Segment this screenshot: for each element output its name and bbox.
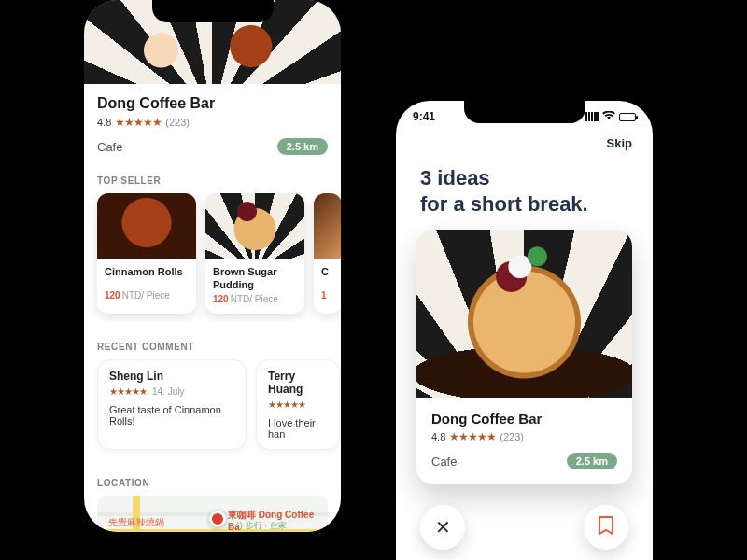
map-nearby-label: 先覺麻辣燒鍋 [108,516,164,529]
location-map[interactable]: 東咖啡 Dong Coffee Ba 先覺麻辣燒鍋 2 分 步行 · 住家 我不… [97,496,328,533]
suggestion-card[interactable]: Dong Coffee Bar 4.8 ★★★★★ (223) Cafe 2.5… [416,230,632,484]
comment-body: Great taste of Cinnamon Rolls! [109,404,234,427]
menu-item-name: Brown Sugar Pudding [205,259,304,294]
comment-author: Terry Huang [268,370,328,396]
menu-item-image [205,193,304,259]
map-pin-icon [209,511,226,527]
detail-screen: Dong Coffee Bar 4.8 ★★★★★ (223) Cafe 2.5… [84,0,341,532]
top-seller-heading: TOP SELLER [97,175,341,186]
menu-item-price: 1 [314,290,341,310]
discover-screen: 9:41 Skip 3 ideas for a short break. Don… [396,101,653,560]
status-time: 9:41 [413,110,435,123]
skip-button[interactable]: Skip [396,123,653,150]
swipe-actions: ✕ [396,484,653,550]
card-category: Cafe [431,455,457,469]
save-button[interactable] [584,505,628,550]
map-walk-label: 2 分 步行 · 住家 [228,520,287,532]
rating-row: 4.8 ★★★★★ (223) [97,116,328,129]
wifi-icon [602,110,615,123]
location-heading: LOCATION [97,478,341,488]
menu-item-card[interactable]: Brown Sugar Pudding 120NTD/ Piece [205,193,304,314]
menu-item-card[interactable]: Cinnamon Rolls 120NTD/ Piece [97,193,196,314]
menu-item-image [97,193,196,259]
menu-item-name: Cinnamon Rolls [97,259,196,290]
dismiss-button[interactable]: ✕ [420,505,465,550]
comment-stars-icon: ★★★★★ [268,399,305,410]
battery-icon [619,113,636,121]
menu-item-name: C [314,259,341,290]
star-icons: ★★★★★ [115,116,162,129]
discover-heading: 3 ideas for a short break. [396,150,653,230]
rating-value: 4.8 [97,117,111,128]
comment-body: I love their han [268,417,328,440]
category-label: Cafe [97,140,122,154]
place-title: Dong Coffee Bar [97,95,328,112]
comment-date: 14. July [152,386,184,397]
heading-line-2: for a short break. [420,191,628,217]
heading-line-1: 3 ideas [420,165,628,191]
bookmark-icon [598,516,614,539]
distance-badge: 2.5 km [277,138,328,155]
card-rating-count: (223) [500,431,524,442]
comment-author: Sheng Lin [109,370,234,383]
menu-item-price: 120NTD/ Piece [97,290,196,310]
comment-stars-icon: ★★★★★ [109,386,147,397]
menu-item-card[interactable]: C 1 [314,193,341,314]
menu-item-price: 120NTD/ Piece [205,294,304,314]
card-title: Dong Coffee Bar [431,411,617,427]
card-rating-row: 4.8 ★★★★★ (223) [431,430,617,443]
signal-icon [585,112,599,121]
card-distance-badge: 2.5 km [567,453,617,469]
comment-card[interactable]: Sheng Lin ★★★★★ 14. July Great taste of … [97,359,247,450]
suggestion-image [416,230,632,398]
top-seller-list[interactable]: Cinnamon Rolls 120NTD/ Piece Brown Sugar… [84,193,341,321]
header-block: Dong Coffee Bar 4.8 ★★★★★ (223) Cafe 2.5… [84,84,341,155]
menu-item-image [314,193,341,259]
recent-comment-heading: RECENT COMMENT [97,342,341,352]
rating-count: (223) [165,117,190,128]
comment-card[interactable]: Terry Huang ★★★★★ I love their han [256,359,340,450]
close-icon: ✕ [435,516,451,539]
comments-list[interactable]: Sheng Lin ★★★★★ 14. July Great taste of … [84,359,341,457]
card-star-icons: ★★★★★ [449,430,496,443]
device-notch [464,101,585,123]
card-rating-value: 4.8 [431,431,445,442]
device-notch [152,0,274,22]
